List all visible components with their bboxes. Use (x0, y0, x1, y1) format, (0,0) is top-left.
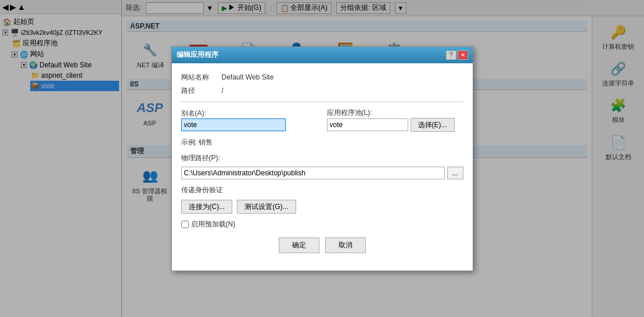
phys-path-label: 物理路径(P): (181, 154, 220, 162)
preload-label: 启用预加载(N) (191, 219, 236, 229)
preload-checkbox[interactable] (181, 221, 189, 228)
modal-title: 编辑应用程序 (177, 50, 218, 60)
edit-app-modal: 编辑应用程序 ? ✕ 网站名称 Default Web Site 路径 / 别名… (171, 46, 473, 271)
auth-btns: 连接为(C)... 测试设置(G)... (181, 200, 463, 214)
path-label: 路径 (181, 86, 222, 96)
help-button[interactable]: ? (446, 51, 456, 60)
alias-label: 别名(A): (181, 109, 228, 118)
cancel-button[interactable]: 取消 (325, 237, 366, 253)
connect-as-button[interactable]: 连接为(C)... (181, 200, 233, 214)
modal-overlay: 编辑应用程序 ? ✕ 网站名称 Default Web Site 路径 / 别名… (0, 0, 644, 317)
alias-input[interactable] (181, 118, 286, 131)
example-hint: 示例: 销售 (181, 138, 463, 147)
modal-titlebar: 编辑应用程序 ? ✕ (172, 47, 473, 63)
ok-button[interactable]: 确定 (279, 237, 319, 253)
site-name-row: 网站名称 Default Web Site (181, 73, 463, 82)
auth-label: 传递身份验证 (181, 185, 463, 195)
browse-button[interactable]: ... (447, 167, 463, 179)
phys-path-input[interactable] (181, 167, 445, 179)
alias-apppool-row: 别名(A): 应用程序池(L): 选择(E)... (181, 108, 463, 132)
site-name-value: Default Web Site (222, 73, 274, 81)
modal-body: 网站名称 Default Web Site 路径 / 别名(A): 应用程序池(… (172, 63, 473, 271)
preload-row: 启用预加载(N) (181, 219, 463, 229)
modal-divider (181, 102, 463, 102)
site-name-label: 网站名称 (181, 73, 222, 82)
phys-path-row: ... (181, 167, 463, 179)
path-value: / (222, 87, 224, 95)
test-settings-button[interactable]: 测试设置(G)... (237, 200, 296, 214)
close-button[interactable]: ✕ (458, 51, 468, 60)
app-pool-input[interactable] (327, 118, 408, 131)
select-button[interactable]: 选择(E)... (411, 118, 455, 132)
app-pool-label: 应用程序池(L): (327, 108, 373, 118)
path-row: 路径 / (181, 86, 463, 96)
modal-footer: 确定 取消 (181, 237, 463, 261)
modal-title-btns: ? ✕ (446, 51, 468, 60)
